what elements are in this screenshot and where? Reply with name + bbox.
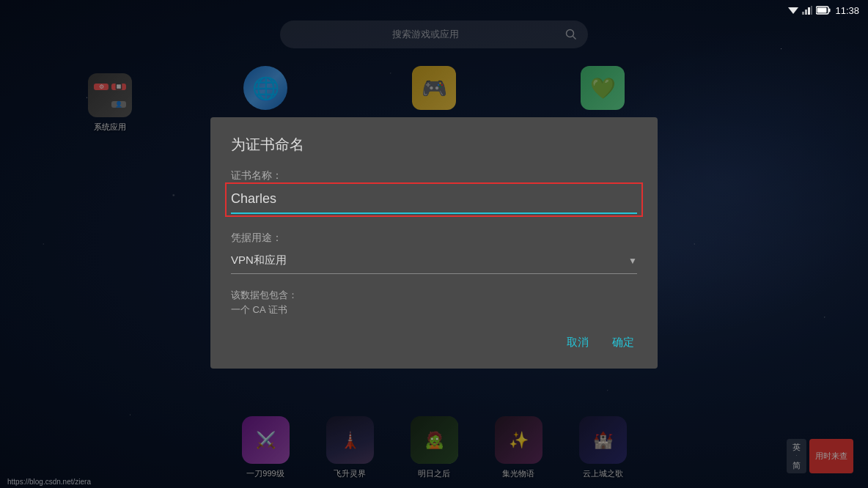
dropdown-value: VPN和应用 — [231, 254, 287, 267]
dialog-actions: 取消 确定 — [231, 331, 637, 354]
signal-icon — [802, 6, 812, 15]
certificate-name-label: 证书名称： — [231, 169, 637, 182]
package-contains-label: 该数据包包含： — [231, 289, 637, 302]
status-bar: 11:38 — [721, 0, 868, 21]
url-bar: https://blog.csdn.net/ziera — [0, 475, 868, 488]
dialog-title: 为证书命名 — [231, 135, 637, 155]
confirm-button[interactable]: 确定 — [609, 331, 637, 354]
svg-rect-6 — [829, 9, 831, 12]
wifi-icon — [788, 6, 798, 15]
certificate-name-field-wrapper — [231, 188, 637, 214]
certificate-dialog: 为证书命名 证书名称： 凭据用途： VPN和应用 ▼ 该数据包包含： 一个 CA… — [210, 117, 658, 369]
package-contains-value: 一个 CA 证书 — [231, 303, 637, 317]
cancel-button[interactable]: 取消 — [564, 331, 592, 354]
url-text: https://blog.csdn.net/ziera — [7, 478, 91, 486]
status-icons — [788, 6, 831, 15]
credential-purpose-label: 凭据用途： — [231, 232, 637, 245]
svg-rect-4 — [811, 6, 812, 15]
certificate-name-input[interactable] — [231, 188, 637, 214]
svg-marker-0 — [788, 7, 798, 14]
svg-rect-2 — [805, 10, 807, 15]
chevron-down-icon: ▼ — [628, 256, 637, 266]
clock-time: 11:38 — [835, 5, 859, 16]
svg-rect-1 — [802, 12, 804, 15]
svg-rect-7 — [817, 8, 827, 13]
credential-purpose-dropdown[interactable]: VPN和应用 ▼ — [231, 251, 637, 274]
svg-rect-3 — [808, 7, 810, 15]
battery-icon — [816, 6, 831, 15]
